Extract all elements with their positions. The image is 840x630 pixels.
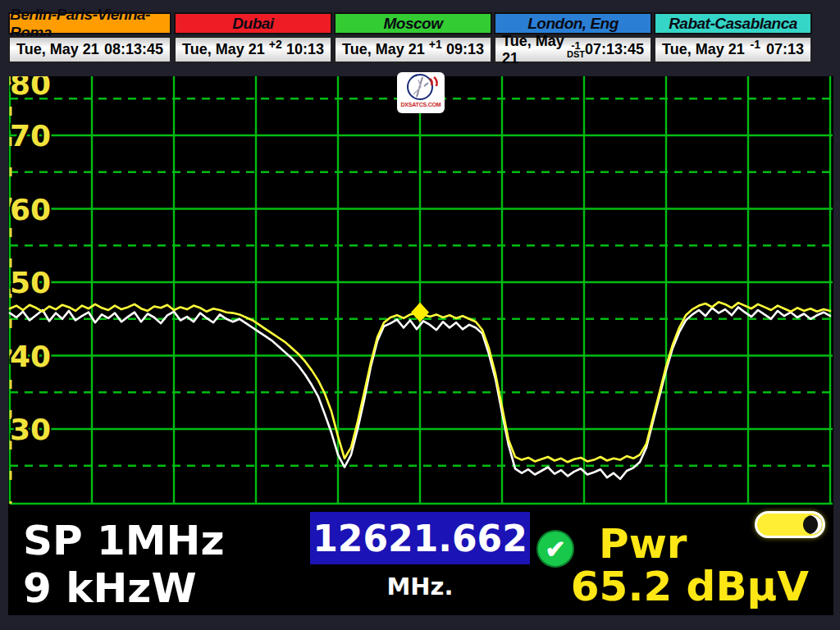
lock-check-icon: ✔ <box>536 530 574 568</box>
dst-offset-indicator: -1DST <box>567 42 585 58</box>
y-axis-tick-label: 40 <box>10 339 51 372</box>
span-setting-label: SP 1MHz <box>23 517 225 564</box>
y-axis-tick-label: 50 <box>10 266 51 299</box>
timezone-offset: -1 <box>571 42 581 50</box>
clock-time: 07:13:45 <box>585 41 644 58</box>
clock-date: Tue, May 21 <box>502 33 567 67</box>
clock-city-header: Moscow <box>334 12 492 34</box>
dst-label: DST <box>567 50 585 58</box>
spectrum-chart: 807060504030 <box>8 76 833 506</box>
clock-date: Tue, May 21 <box>342 41 425 58</box>
dxsatcs-logo: DXSATCS.COM <box>397 72 445 113</box>
clock-time-cell: Tue, May 21+109:13 <box>334 36 492 63</box>
clock-city-header: London, Eng <box>494 12 652 34</box>
y-axis-tick-label: 60 <box>10 192 51 226</box>
satellite-dish-icon <box>403 72 439 103</box>
clock-time-cell: Tue, May 2108:13:45 <box>8 36 171 63</box>
power-label: Pwr <box>599 520 687 568</box>
clock-time: 10:13 <box>286 41 324 58</box>
power-toggle[interactable] <box>755 511 825 538</box>
clock-city-header: Rabat-Casablanca <box>654 12 812 34</box>
clock-date: Tue, May 21 <box>662 41 745 58</box>
spectrum-analyzer-screen: Berlin-Paris-Vienna-RomaTue, May 2108:13… <box>0 0 840 630</box>
frequency-value: 12621.662 <box>313 518 527 559</box>
clock-city-header: Dubai <box>174 12 332 34</box>
frequency-readout-box[interactable]: 12621.662 <box>310 512 530 564</box>
y-axis-tick-label: 80 <box>10 76 51 101</box>
y-axis-tick-label: 30 <box>10 413 51 446</box>
clock-time-cell: Tue, May 21-107:13 <box>654 36 812 63</box>
bandwidth-setting-label: 9 kHzW <box>23 564 197 612</box>
clock-time: 09:13 <box>446 41 484 58</box>
timezone-offset: -1 <box>751 38 760 51</box>
toggle-knob-icon <box>803 515 822 534</box>
clock-time-cell: Tue, May 21-1DST07:13:45 <box>494 36 652 63</box>
timezone-offset: +2 <box>269 38 282 51</box>
clock-city-header: Berlin-Paris-Vienna-Roma <box>8 12 171 34</box>
timezone-offset: +1 <box>429 38 442 51</box>
y-axis-tick-label: 70 <box>10 119 51 153</box>
logo-caption: DXSATCS.COM <box>400 102 441 107</box>
frequency-unit-label: MHz. <box>310 573 530 600</box>
power-value: 65.2 dBµV <box>571 563 809 610</box>
clock-time: 07:13 <box>766 41 804 58</box>
spectrum-grid-and-traces <box>8 76 833 506</box>
clock-time: 08:13:45 <box>104 41 163 58</box>
clock-time-cell: Tue, May 21+210:13 <box>174 36 332 63</box>
clock-date: Tue, May 21 <box>16 41 99 58</box>
clock-date: Tue, May 21 <box>182 41 265 58</box>
